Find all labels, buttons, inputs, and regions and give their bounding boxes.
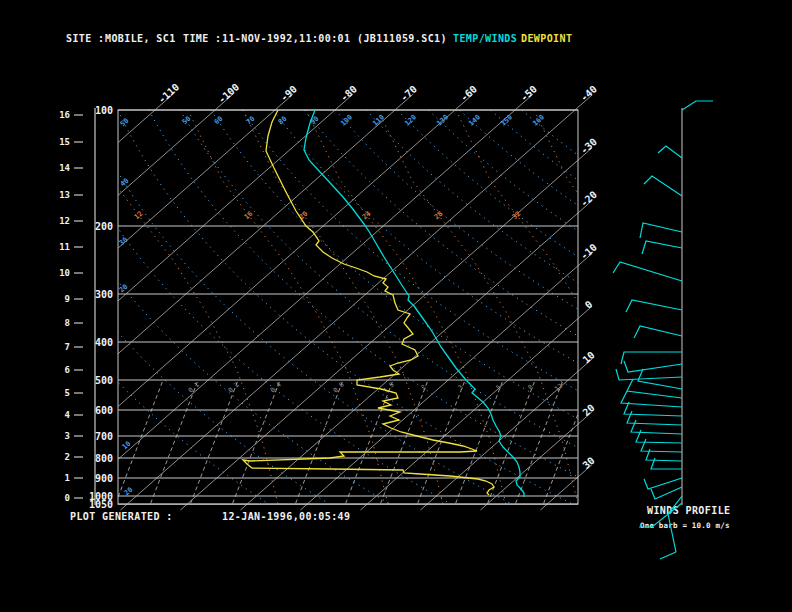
- dry-adiabat-line: [0, 110, 329, 504]
- height-label: 8: [65, 318, 70, 328]
- height-label: 1: [65, 473, 70, 483]
- isotherm-label-right: -20: [578, 189, 599, 209]
- isotherm-line: [240, 201, 592, 510]
- mixing-ratio-line: [543, 382, 590, 504]
- dry-adiabat-line: [180, 110, 694, 504]
- wind-barb: [634, 326, 682, 338]
- wind-barb: [660, 552, 676, 559]
- height-label: 10: [59, 268, 70, 278]
- mixing-ratio-line: [487, 382, 534, 504]
- isotherm-line: [118, 94, 353, 301]
- isotherm-line: [540, 465, 592, 510]
- moist-adiabat-line: [243, 110, 443, 504]
- dry-adiabat-label-top: 120: [403, 113, 418, 127]
- isotherm-label-top: -90: [278, 83, 299, 103]
- temperature-curve: [304, 110, 524, 497]
- dry-adiabat-line: [459, 110, 792, 504]
- pressure-label: 300: [95, 289, 113, 300]
- plot-border: [118, 110, 578, 504]
- pressure-label: 900: [95, 473, 113, 484]
- dry-adiabat-label-top: 50: [181, 115, 193, 127]
- height-label: 6: [65, 365, 70, 375]
- wind-barb: [641, 439, 682, 452]
- skewt-plot-svg: -110-100-90-80-70-60-50-40-30-20-1001020…: [0, 0, 792, 612]
- height-label: 4: [65, 410, 71, 420]
- wind-barb: [644, 176, 682, 196]
- dry-adiabat-line: [56, 110, 451, 504]
- height-label: 14: [59, 163, 70, 173]
- wind-barb: [626, 300, 682, 312]
- height-label: 2: [65, 452, 70, 462]
- pressure-label: 600: [95, 405, 113, 416]
- isotherm-line: [118, 94, 413, 354]
- mixing-ratio-line: [295, 382, 342, 504]
- dry-adiabat-line: [491, 110, 792, 504]
- wind-barb: [640, 223, 682, 238]
- isotherm-label-right: 20: [581, 402, 597, 418]
- dry-adiabat-line: [211, 110, 755, 504]
- moist-adiabat-line: [306, 110, 506, 504]
- moist-adiabat-label: 24: [361, 210, 373, 222]
- height-axis-group: [74, 108, 95, 505]
- dry-adiabat-label-left: 50: [119, 117, 131, 129]
- isotherm-label-top: -40: [578, 83, 599, 103]
- pressure-label: 800: [95, 453, 113, 464]
- isotherm-line: [118, 94, 233, 195]
- height-label: 3: [65, 431, 70, 441]
- wind-barb: [631, 420, 682, 434]
- isotherm-group: [118, 94, 592, 510]
- dry-adiabat-line: [522, 110, 792, 504]
- dry-adiabat-label-top: 160: [531, 113, 546, 127]
- wind-barb: [651, 458, 682, 469]
- moist-adiabat-label: 28: [433, 210, 445, 222]
- isotherm-line: [180, 148, 592, 510]
- dry-adiabat-group: [0, 110, 792, 504]
- mixing-ratio-line: [150, 382, 197, 504]
- wind-barb: [682, 101, 713, 110]
- dry-adiabat-label-top: 60: [213, 115, 225, 127]
- moist-adiabat-line: [534, 110, 734, 504]
- pressure-label: 200: [95, 221, 113, 232]
- height-label: 13: [59, 190, 70, 200]
- pressure-label: 1050: [89, 499, 113, 510]
- dry-adiabat-line: [149, 110, 634, 504]
- dry-adiabat-label-top: 130: [435, 113, 450, 127]
- moist-adiabat-line: [378, 110, 578, 504]
- height-label: 12: [59, 216, 70, 226]
- skewt-app-screen: SITE : MOBILE, SC1 TIME : 11-NOV-1992,11…: [0, 0, 792, 612]
- mixing-ratio-line: [515, 382, 562, 504]
- moist-adiabat-label: 32: [511, 210, 523, 222]
- mixing-ratio-label: 0.1: [187, 381, 201, 395]
- wind-barb: [644, 478, 682, 489]
- wind-barb: [621, 352, 682, 364]
- isotherm-label-top: -70: [398, 83, 419, 103]
- wind-barb: [639, 503, 682, 527]
- dry-adiabat-label-top: 150: [499, 113, 514, 127]
- isotherm-label-right: -30: [578, 136, 599, 156]
- pressure-grid-group: [118, 110, 578, 504]
- isotherm-label-top: -80: [338, 83, 359, 103]
- dry-adiabat-label-top: 70: [245, 115, 257, 127]
- isotherm-label-top: -50: [518, 83, 539, 103]
- isotherm-line: [118, 94, 533, 459]
- isotherm-line: [118, 94, 473, 407]
- pressure-label: 100: [95, 105, 113, 116]
- isotherm-line: [480, 412, 592, 510]
- wind-barb: [613, 262, 682, 281]
- height-label: 9: [65, 294, 70, 304]
- mixing-ratio-label: 0.8: [332, 381, 346, 395]
- dry-adiabat-label-top: 100: [339, 113, 354, 127]
- dry-adiabat-label-top: 110: [371, 113, 386, 127]
- isotherm-label-top: -60: [458, 83, 479, 103]
- dry-adiabat-label-top: 140: [467, 113, 482, 127]
- height-label: 7: [65, 342, 70, 352]
- isotherm-label-right: 10: [581, 349, 597, 365]
- moist-adiabat-line: [78, 110, 278, 504]
- isotherm-line: [120, 95, 592, 510]
- mixing-ratio-group: [115, 382, 590, 504]
- wind-barb-group: [613, 101, 713, 559]
- mixing-ratio-line: [190, 382, 237, 504]
- isotherm-label-right: 0: [583, 298, 595, 310]
- moist-adiabat-line: [456, 110, 656, 504]
- wind-barb: [621, 391, 682, 407]
